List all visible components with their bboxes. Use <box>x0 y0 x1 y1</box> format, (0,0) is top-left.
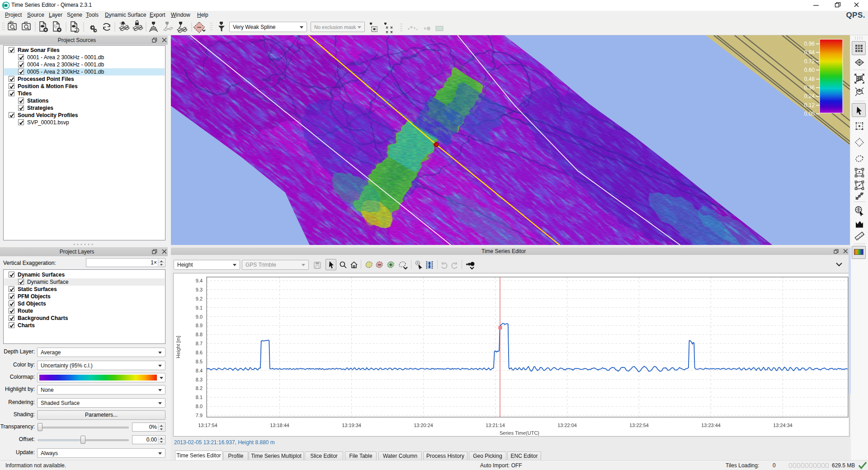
svg-text:9.4: 9.4 <box>196 278 203 283</box>
svg-text:0.72: 0.72 <box>804 58 815 65</box>
svg-text:8.8: 8.8 <box>196 332 203 337</box>
svg-text:9.0: 9.0 <box>196 314 203 320</box>
svg-text:8.0: 8.0 <box>196 404 203 409</box>
svg-text:8.7: 8.7 <box>196 341 203 346</box>
svg-text:8.4: 8.4 <box>196 368 203 373</box>
svg-text:9.3: 9.3 <box>196 287 203 292</box>
svg-text:8.1: 8.1 <box>196 395 203 400</box>
svg-text:8.5: 8.5 <box>196 359 203 364</box>
svg-text:9.1: 9.1 <box>196 305 203 310</box>
svg-text:9.2: 9.2 <box>196 296 203 301</box>
svg-text:8.9: 8.9 <box>196 323 203 328</box>
svg-text:13:18:44: 13:18:44 <box>270 423 289 428</box>
svg-text:7.9: 7.9 <box>196 413 203 418</box>
svg-text:13:20:24: 13:20:24 <box>414 423 433 428</box>
svg-text:13:22:04: 13:22:04 <box>557 423 577 428</box>
svg-text:0.00: 0.00 <box>804 111 815 117</box>
svg-text:8.6: 8.6 <box>196 350 203 355</box>
svg-text:13:22:54: 13:22:54 <box>629 423 649 428</box>
svg-text:13:21:14: 13:21:14 <box>486 423 505 428</box>
svg-text:0.24: 0.24 <box>804 93 815 99</box>
svg-text:0.60: 0.60 <box>804 67 815 73</box>
svg-text:13:17:54: 13:17:54 <box>198 423 217 428</box>
svg-text:0.96: 0.96 <box>804 41 815 47</box>
svg-text:Series Time(UTC): Series Time(UTC) <box>500 430 539 436</box>
svg-text:8.3: 8.3 <box>196 377 203 382</box>
svg-text:8.2: 8.2 <box>196 385 203 391</box>
svg-text:13:24:34: 13:24:34 <box>773 423 793 428</box>
svg-text:13:19:34: 13:19:34 <box>342 423 361 428</box>
svg-text:0.84: 0.84 <box>804 49 815 56</box>
svg-text:Height [m]: Height [m] <box>175 336 181 358</box>
svg-text:13:23:44: 13:23:44 <box>701 423 721 428</box>
svg-text:0.48: 0.48 <box>804 76 815 82</box>
svg-text:0.12: 0.12 <box>804 102 815 108</box>
svg-text:0.36: 0.36 <box>804 85 815 91</box>
